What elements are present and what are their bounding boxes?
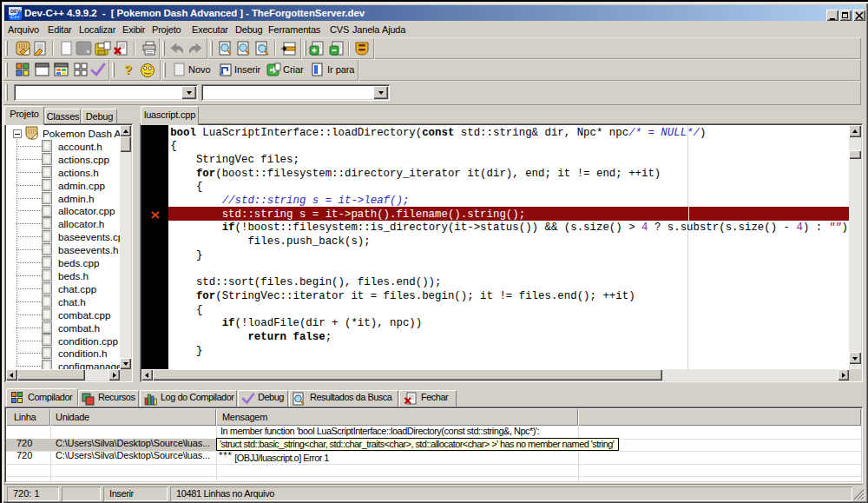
svg-text:C++: C++: [10, 14, 19, 19]
